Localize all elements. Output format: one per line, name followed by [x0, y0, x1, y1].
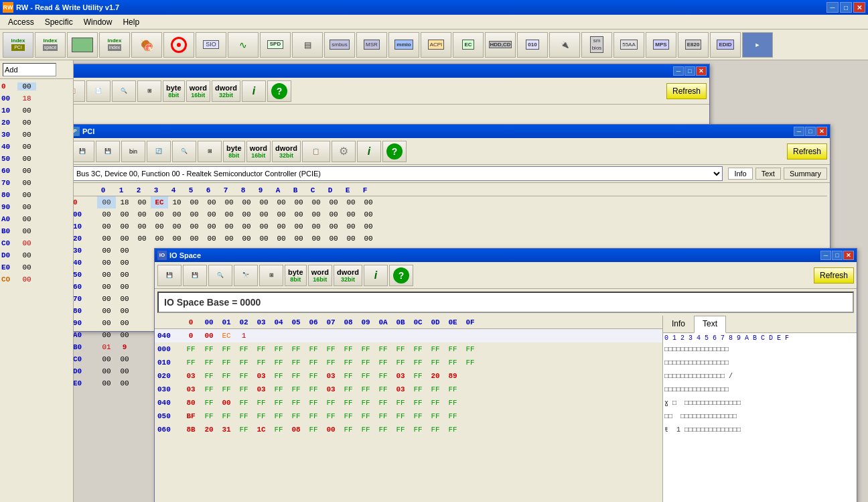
pci-search-btn[interactable]: 🔍 — [172, 141, 196, 162]
memory-info-btn[interactable]: i — [242, 80, 266, 102]
tb-btn-ec[interactable]: EC — [453, 32, 484, 58]
io-word-btn[interactable]: word 16bit — [308, 265, 332, 286]
tb-btn-mmio[interactable]: mmio — [388, 32, 419, 58]
memory-titlebar: M Memory ─ □ ✕ — [7, 64, 709, 78]
pci-row-10: 0000000000000000000000000000 — [133, 221, 377, 233]
tb-btn-msr[interactable]: MSR — [356, 32, 387, 58]
memory-close[interactable]: ✕ — [696, 66, 707, 76]
pci-maximize[interactable]: □ — [805, 127, 816, 136]
pci-hex-header: 0 1 2 3 4 5 6 7 8 9 A B C D E F — [70, 184, 827, 196]
maximize-button[interactable]: □ — [840, 2, 852, 13]
pci-tab-summary[interactable]: Summary — [784, 168, 827, 180]
tb-btn-mem[interactable] — [67, 32, 98, 58]
main-toolbar: index PCI index space index index 🍖 SIO … — [0, 29, 868, 60]
tb-btn-pci-idx1[interactable]: index PCI — [3, 32, 33, 58]
tb-btn-sio[interactable]: SIO — [196, 32, 226, 58]
memory-dword-btn[interactable]: dword 32bit — [212, 80, 240, 102]
tb-btn-chip[interactable]: ▤ — [292, 32, 323, 58]
pci-row-00: 0000000000000000000000000000 — [133, 208, 377, 221]
io-load-btn[interactable]: 💾 — [183, 265, 207, 286]
memory-word-btn[interactable]: word 16bit — [186, 80, 210, 102]
io-dword-btn[interactable]: dword 32bit — [334, 265, 362, 286]
pci-title: PCI — [82, 127, 94, 135]
pci-dword-btn[interactable]: dword 32bit — [272, 141, 301, 162]
io-help-btn[interactable]: ? — [389, 265, 413, 286]
pci-save-btn[interactable]: 💾 — [70, 141, 94, 162]
io-grid-btn[interactable]: ⊞ — [259, 265, 283, 286]
tb-btn-mem-idx[interactable]: index space — [35, 32, 66, 58]
pci-wheel-btn[interactable]: ⚙ — [332, 141, 356, 162]
memory-maximize[interactable]: □ — [684, 66, 695, 76]
memory-paste-btn[interactable]: 📄 — [86, 80, 111, 102]
io-minimize[interactable]: ─ — [820, 251, 831, 260]
tb-btn-smbus[interactable]: smbus — [324, 32, 355, 58]
tb-btn-55aa[interactable]: 55AA — [613, 32, 644, 58]
tb-btn-spd[interactable]: SPD — [260, 32, 291, 58]
io-title: IO Space — [169, 251, 201, 259]
menu-bar: Access Specific Window Help — [0, 15, 868, 29]
io-text-content: □□□□□□□□□□□□□□□□ □□□□□□□□□□□□□□□□ □□□□□□… — [664, 343, 855, 437]
io-search-btn[interactable]: 🔍 — [208, 265, 232, 286]
menu-access[interactable]: Access — [3, 16, 40, 28]
io-hex-header: 0 00 01 02 03 04 05 06 07 08 09 0A 0B 0C… — [155, 316, 662, 329]
memory-addr-input-area — [0, 60, 73, 79]
tb-btn-smbios[interactable]: smbios — [581, 32, 612, 58]
io-tab-text[interactable]: Text — [694, 316, 726, 333]
tb-btn-e820[interactable]: E820 — [678, 32, 709, 58]
app-titlebar: RW RW - Read & Write Utility v1.7 ─ □ ✕ — [0, 0, 868, 15]
io-binoculars-btn[interactable]: 🔭 — [234, 265, 258, 286]
tb-btn-wave[interactable]: ∿ — [228, 32, 259, 58]
pci-close[interactable]: ✕ — [816, 127, 827, 136]
menu-help[interactable]: Help — [117, 16, 145, 28]
close-button[interactable]: ✕ — [853, 2, 865, 13]
pci-report-btn[interactable]: 📋 — [302, 141, 330, 162]
pci-tab-info[interactable]: Info — [728, 168, 752, 180]
io-row-030: 030 03 FF FF FF 03 FF FF FF 03 FF FF FF … — [155, 383, 662, 396]
pci-byte-btn[interactable]: byte 8bit — [223, 141, 245, 162]
tb-btn-target[interactable] — [163, 32, 194, 58]
io-row-010: 010 FF FF FF FF FF FF FF FF FF FF FF FF … — [155, 356, 662, 369]
memory-search-btn[interactable]: 🔍 — [112, 80, 136, 102]
pci-info-btn[interactable]: i — [357, 141, 381, 162]
pci-help-icon: ? — [386, 143, 403, 160]
pci-tab-text[interactable]: Text — [755, 168, 781, 180]
tb-btn-more[interactable]: ► — [742, 32, 773, 58]
io-refresh-btn[interactable]: Refresh — [814, 267, 854, 284]
pci-load-btn[interactable]: 💾 — [96, 141, 120, 162]
io-close[interactable]: ✕ — [843, 251, 854, 260]
tb-btn-mps[interactable]: MPS — [646, 32, 676, 58]
minimize-button[interactable]: ─ — [826, 2, 839, 13]
tb-btn-idx2[interactable]: index index — [99, 32, 130, 58]
memory-byte-btn[interactable]: byte 8bit — [163, 80, 185, 102]
pci-minimize[interactable]: ─ — [794, 127, 804, 136]
io-maximize[interactable]: □ — [832, 251, 843, 260]
memory-addr-input[interactable] — [3, 63, 56, 76]
tb-btn-edid[interactable]: EDID — [710, 32, 741, 58]
tb-btn-acpi[interactable]: ACPI — [421, 32, 451, 58]
pci-refresh-btn[interactable]: Refresh — [787, 143, 827, 160]
tb-btn-food[interactable]: 🍖 — [131, 32, 162, 58]
memory-grid-btn[interactable]: ⊞ — [137, 80, 161, 102]
pci-word-btn[interactable]: word 16bit — [246, 141, 271, 162]
memory-minimize[interactable]: ─ — [673, 66, 684, 76]
memory-addr-list: 000 0018 1000 2000 3000 4000 5000 6000 7… — [0, 79, 73, 287]
pci-device-dropdown[interactable]: Bus 3C, Device 00, Function 00 - Realtek… — [70, 166, 723, 181]
pci-bin-btn[interactable]: bin — [121, 141, 145, 162]
tb-btn-010[interactable]: 010 — [517, 32, 548, 58]
pci-help-btn[interactable]: ? — [382, 141, 407, 162]
memory-help-btn[interactable]: ? — [267, 80, 291, 102]
io-byte-btn[interactable]: byte 8bit — [285, 265, 307, 286]
tb-btn-usb[interactable]: 🔌 — [549, 32, 580, 58]
io-tab-info[interactable]: Info — [663, 316, 694, 332]
menu-window[interactable]: Window — [78, 16, 118, 28]
io-info-btn[interactable]: i — [364, 265, 388, 286]
io-text-header: 0 1 2 3 4 5 6 7 8 9 A B C D E F — [664, 334, 855, 342]
io-info-bar: IO Space Base = 0000 — [157, 292, 854, 313]
pci-grid-btn[interactable]: ⊞ — [198, 141, 222, 162]
pci-copy-btn[interactable]: 🔄 — [147, 141, 171, 162]
tb-btn-hdd[interactable]: HDD,CD — [485, 32, 516, 58]
app-title: RW - Read & Write Utility v1.7 — [16, 3, 119, 11]
io-save-btn[interactable]: 💾 — [157, 265, 182, 286]
memory-refresh-btn[interactable]: Refresh — [666, 83, 707, 99]
menu-specific[interactable]: Specific — [40, 16, 78, 28]
